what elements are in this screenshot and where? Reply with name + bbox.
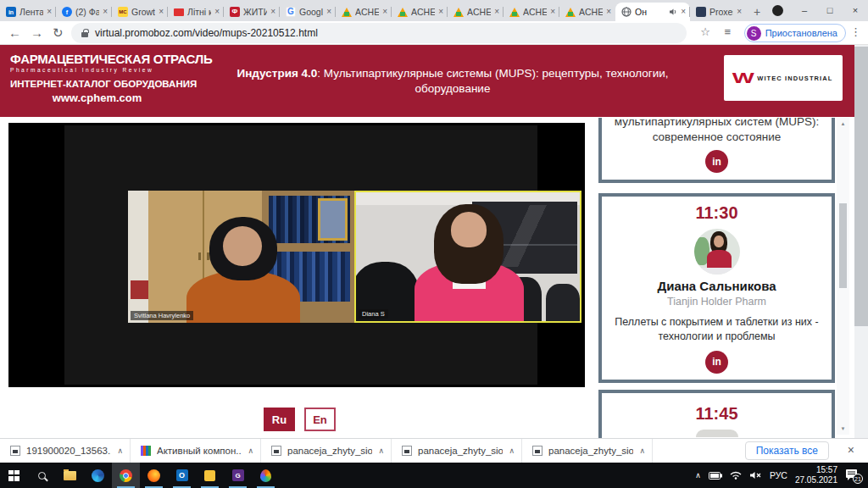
download-menu-chevron-icon[interactable]: ∧ (117, 446, 123, 455)
scrollbar-thumb[interactable] (839, 203, 847, 288)
page-scrollbar[interactable] (854, 45, 868, 438)
tab-close-icon[interactable]: × (681, 8, 686, 16)
talk-title-line1: мультипартикулярных систем (MUPS): (602, 118, 832, 130)
tab-close-icon[interactable]: × (737, 8, 742, 16)
back-button[interactable]: ← (8, 25, 21, 42)
tab-achema-4[interactable]: ACHEM × (504, 3, 559, 21)
achema-favicon (342, 8, 352, 17)
reading-list-icon[interactable]: ≡ (724, 25, 731, 38)
notes-app-button[interactable] (196, 463, 224, 488)
battery-icon[interactable] (709, 472, 722, 480)
language-ru-button[interactable]: Ru (264, 408, 295, 431)
wifi-icon[interactable] (730, 471, 742, 480)
edge-button[interactable] (84, 463, 112, 488)
volume-muted-icon[interactable] (749, 471, 762, 480)
tab-close-icon[interactable]: × (606, 8, 611, 16)
chrome-button-active[interactable] (112, 463, 140, 488)
tab-close-icon[interactable]: × (550, 8, 555, 16)
bookmark-star-icon[interactable]: ☆ (700, 25, 710, 38)
achema-favicon (398, 8, 408, 17)
tab-close-icon[interactable]: × (326, 8, 331, 16)
download-menu-chevron-icon[interactable]: ∧ (639, 446, 645, 455)
start-button[interactable] (0, 463, 28, 488)
profile-chip[interactable]: S Приостановлена (744, 24, 846, 42)
download-item[interactable]: Активный компон....zip ∧ (131, 439, 261, 463)
site-logo[interactable]: ФАРМАЦЕВТИЧЕСКАЯ ОТРАСЛЬ Pharmaceutical … (10, 52, 184, 104)
notification-center-button[interactable]: 21 (845, 469, 860, 482)
pharma-f-favicon: Ф (230, 7, 240, 17)
file-explorer-button[interactable] (56, 463, 84, 488)
extension-icon[interactable] (772, 5, 783, 16)
window-minimize-button[interactable]: – (792, 0, 817, 20)
tab-google[interactable]: G Google × (280, 3, 336, 21)
taskbar-search-button[interactable] (28, 463, 56, 488)
scrollbar-thumb[interactable] (854, 47, 868, 326)
forward-button[interactable]: → (31, 25, 43, 42)
tab-achema-5[interactable]: ACHEM × (559, 3, 615, 21)
tab-litni[interactable]: Літні ка × (168, 3, 224, 21)
tab-close-icon[interactable]: × (382, 8, 387, 16)
speaker-name: Диана Сальникова (602, 279, 832, 293)
tab-close-icon[interactable]: × (214, 8, 220, 16)
tab-close-icon[interactable]: × (438, 8, 443, 16)
site-url[interactable]: www.cphem.com (10, 92, 184, 104)
tab-webinar-active[interactable]: Он × (615, 3, 690, 21)
tab-facebook[interactable]: f (2) Фар × (56, 3, 112, 21)
download-item[interactable]: 191900020_13563....jpg ∧ (0, 439, 131, 463)
tab-zhyty[interactable]: Ф ЖИТИ × (224, 3, 280, 21)
tab-achema-1[interactable]: ACHEM × (336, 3, 392, 21)
download-item[interactable]: panaceja_zhyty_sio....jpg ∧ (522, 439, 653, 463)
show-all-downloads-button[interactable]: Показать все (745, 441, 829, 460)
download-item[interactable]: panaceja_zhyty_sio....jpg ∧ (392, 439, 522, 463)
address-bar[interactable]: virtual.promoboz.com/video/mups-20210512… (71, 23, 687, 43)
witec-w-icon: W (732, 69, 754, 86)
firefox-button[interactable] (140, 463, 168, 488)
tab-close-icon[interactable]: × (270, 8, 275, 16)
globe-favicon (621, 7, 632, 17)
scroll-down-arrow-icon[interactable]: ▼ (837, 426, 849, 431)
download-item[interactable]: panaceja_zhyty_sio....jpg ∧ (261, 439, 392, 463)
reload-button[interactable]: ↻ (53, 25, 64, 42)
tab-close-icon[interactable]: × (494, 8, 499, 16)
download-menu-chevron-icon[interactable]: ∧ (378, 446, 384, 455)
outlook-button[interactable]: O (168, 463, 196, 488)
taskbar-clock[interactable]: 15:57 27.05.2021 (795, 465, 837, 486)
download-menu-chevron-icon[interactable]: ∧ (248, 446, 253, 455)
tab-proxes[interactable]: Proxes × (690, 3, 746, 21)
paint-app-button[interactable] (252, 463, 280, 488)
tab-audio-icon[interactable] (669, 8, 677, 16)
tab-close-icon[interactable]: × (47, 8, 52, 16)
schedule-card-previous: мультипартикулярных систем (MUPS): совре… (598, 118, 835, 183)
participant-face (223, 226, 261, 266)
red-site-favicon (174, 8, 184, 16)
chair (546, 284, 580, 321)
tab-close-icon[interactable]: × (159, 8, 164, 16)
download-menu-chevron-icon[interactable]: ∧ (509, 446, 515, 455)
logo-subtitle: Pharmaceutical Industry Review (10, 67, 184, 73)
new-tab-button[interactable]: + (746, 3, 768, 21)
talk-topic: Пеллеты с покрытием и таблетки из них - … (602, 315, 832, 344)
witec-logo[interactable]: W WITEC INDUSTRIAL (724, 55, 843, 101)
windows-taskbar: O G ∧ РУС 15:57 27.05.2021 (0, 463, 868, 488)
scroll-up-arrow-icon[interactable]: ▲ (837, 121, 849, 126)
speaker-avatar-partial (696, 430, 738, 437)
window-close-button[interactable]: × (843, 0, 868, 20)
linkedin-icon[interactable]: in (705, 351, 728, 374)
language-en-button[interactable]: En (304, 408, 336, 431)
downloads-bar-close-icon[interactable]: × (848, 443, 854, 457)
video-player[interactable]: Svitlana Havrylenko Diana S (8, 123, 585, 387)
page-title-rest: : Мультипартикулярные системы (MUPS): ре… (317, 67, 668, 95)
keyboard-language[interactable]: РУС (770, 470, 787, 480)
tab-close-icon[interactable]: × (103, 8, 108, 16)
hidden-icons-chevron-icon[interactable]: ∧ (695, 471, 701, 480)
linkedin-icon[interactable]: in (705, 150, 728, 173)
tab-lenta[interactable]: in Лента | × (0, 3, 56, 21)
purple-app-button[interactable]: G (224, 463, 252, 488)
window-maximize-button[interactable]: □ (817, 0, 843, 20)
tab-achema-3[interactable]: ACHEM × (448, 3, 504, 21)
tab-achema-2[interactable]: ACHEM × (392, 3, 448, 21)
sidebar-scrollbar[interactable]: ▲ ▼ (837, 118, 849, 435)
tab-growth[interactable]: MC Growth × (112, 3, 168, 21)
browser-menu-icon[interactable]: ⋮ (850, 25, 861, 38)
archive-file-icon (141, 446, 151, 456)
